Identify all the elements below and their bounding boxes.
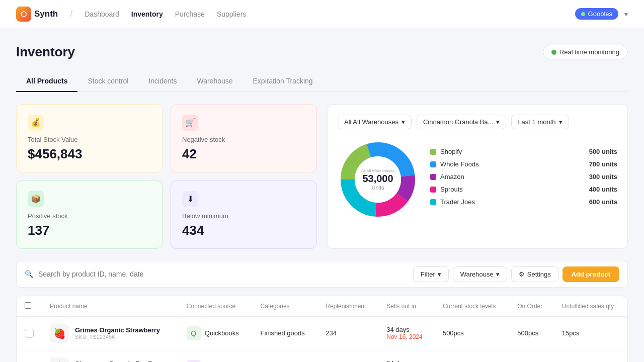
select-all-checkbox[interactable]: [25, 302, 31, 309]
amazon-color: [430, 174, 436, 180]
negative-stock-value: 42: [182, 146, 305, 162]
row1-unfulfilled: 15pcs: [554, 316, 627, 350]
negative-stock-icon: 🛒: [182, 115, 198, 131]
row1-product-image: 🍓: [50, 324, 69, 343]
page-header: Inventory Real time monitoring: [16, 44, 628, 60]
chart-filters: All All Warehouses ▾ Cinnamon Granola Ba…: [338, 115, 617, 129]
shopify-color: [430, 149, 436, 155]
row1-on-order: 500pcs: [509, 316, 554, 350]
search-input[interactable]: [38, 270, 408, 278]
col-on-order: On Order: [509, 296, 554, 317]
tab-all-products[interactable]: All Products: [16, 72, 77, 92]
nav-separator: /: [70, 9, 72, 19]
total-stock-icon: 💰: [28, 115, 44, 131]
row1-source-icon: Q: [187, 326, 201, 340]
row1-source: Q Quickbooks: [187, 326, 245, 340]
col-product-name: Product name: [42, 296, 179, 317]
toolbar-buttons: Filter ▾ Warehouse ▾ ⚙ Settings Add prod…: [413, 266, 619, 282]
nav-inventory[interactable]: Inventory: [131, 8, 163, 20]
search-icon: 🔍: [25, 270, 33, 278]
nav-suppliers[interactable]: Suppliers: [217, 8, 246, 20]
tab-warehouse[interactable]: Warehouse: [187, 72, 243, 92]
table-toolbar: 🔍 Filter ▾ Warehouse ▾ ⚙ Settings Add pr…: [16, 261, 628, 288]
below-minimum-icon: ⬇: [182, 191, 198, 207]
row2-product-image: 🍅: [50, 357, 69, 363]
stat-card-negative-stock: 🛒 Negative stock 42: [171, 104, 317, 172]
tab-expiration-tracking[interactable]: Expiration Tracking: [243, 72, 323, 92]
donut-center-value: 53,000: [361, 173, 394, 185]
row2-source: S Shopify: [187, 360, 245, 363]
user-status-dot: [581, 12, 585, 16]
col-connected-source: Connected source: [179, 296, 253, 317]
below-minimum-label: Below minimum: [182, 212, 305, 220]
row1-stock-level: 500pcs: [435, 316, 509, 350]
tab-bar: All Products Stock control Incidents War…: [16, 72, 628, 92]
product-filter[interactable]: Cinnamon Granola Ba... ▾: [417, 115, 506, 129]
user-badge[interactable]: Goobles: [575, 8, 618, 20]
nav-purchase[interactable]: Purchase: [175, 8, 205, 20]
chart-legend: Shopify 500 units Whole Foods 700 units …: [430, 148, 617, 211]
row1-product-cell: 🍓 Grimes Organic Strawberry SKU: TS12345…: [50, 324, 171, 343]
negative-stock-label: Negative stock: [182, 136, 305, 143]
row1-sells-out: 34 days Nov 16, 2024: [386, 326, 427, 340]
below-minimum-value: 434: [182, 223, 305, 238]
row1-product-name: Grimes Organic Strawberry: [75, 326, 160, 334]
col-unfulfilled: Unfulfilled sales qty: [554, 296, 627, 317]
legend-item-traderjoes: Trader Joes 600 units: [430, 198, 617, 206]
user-name: Goobles: [588, 10, 612, 18]
warehouse-filter[interactable]: All All Warehouses ▾: [338, 115, 412, 129]
settings-button[interactable]: ⚙ Settings: [511, 266, 558, 282]
legend-item-wholefoods: Whole Foods 700 units: [430, 160, 617, 168]
row2-stock-level: 500pcs: [435, 350, 509, 362]
donut-chart: All All Warehouses 53,000 Units: [338, 139, 418, 220]
row2-on-order: 500pcs: [509, 350, 554, 362]
donut-center-unit: Units: [361, 185, 394, 191]
sprouts-color: [430, 187, 436, 193]
page-title: Inventory: [16, 44, 75, 60]
row1-product-sku: SKU: TS123456: [75, 334, 160, 340]
row2-product-name: Cinnamon Granola Bar Box: [75, 360, 160, 362]
table-row: ✓ 🍅 Cinnamon Granola Bar Box SKU: TS1234…: [17, 350, 627, 362]
top-navigation: ⬡ Synth / Dashboard Inventory Purchase S…: [0, 0, 644, 28]
wholefoods-color: [430, 161, 436, 167]
stat-card-positive-stock: 📦 Positive stock 137: [16, 180, 163, 249]
realtime-monitoring-button[interactable]: Real time monitoring: [543, 45, 628, 59]
row1-checkbox[interactable]: [25, 329, 34, 338]
row2-sells-out: 34 days Nov 16, 2024: [386, 359, 427, 362]
tab-incidents[interactable]: Incidents: [138, 72, 187, 92]
nav-dashboard[interactable]: Dashboard: [85, 8, 119, 20]
products-table: Product name Connected source Categories…: [16, 296, 628, 363]
table-row: 🍓 Grimes Organic Strawberry SKU: TS12345…: [17, 316, 627, 350]
logo[interactable]: ⬡ Synth: [16, 7, 58, 22]
realtime-label: Real time monitoring: [559, 48, 619, 56]
col-categories: Categories: [253, 296, 318, 317]
time-filter[interactable]: Last 1 month ▾: [511, 115, 569, 129]
row2-replenishment: 234: [317, 350, 378, 362]
donut-center: All All Warehouses 53,000 Units: [361, 168, 394, 191]
row1-category: Finished goods: [253, 316, 318, 350]
positive-stock-value: 137: [28, 223, 151, 238]
col-sells-out: Sells out in: [378, 296, 435, 317]
tab-stock-control[interactable]: Stock control: [77, 72, 138, 92]
filter-button[interactable]: Filter ▾: [413, 266, 449, 282]
positive-stock-label: Positive stock: [28, 212, 151, 220]
stat-card-total-stock: 💰 Total Stock Value $456,843: [16, 104, 163, 172]
traderjoes-color: [430, 199, 436, 205]
realtime-dot: [551, 50, 556, 55]
logo-text: Synth: [34, 9, 58, 19]
row2-product-cell: 🍅 Cinnamon Granola Bar Box SKU: TS123456: [50, 357, 171, 363]
row2-unfulfilled: 15pcs: [554, 350, 627, 362]
stat-card-below-minimum: ⬇ Below minimum 434: [171, 180, 317, 249]
warehouse-button[interactable]: Warehouse ▾: [453, 266, 507, 282]
row1-replenishment: 234: [317, 316, 378, 350]
legend-item-sprouts: Sprouts 400 units: [430, 186, 617, 193]
nav-right: Goobles ▾: [575, 8, 628, 20]
row2-category: Finished goods: [253, 350, 318, 362]
legend-item-amazon: Amazon 300 units: [430, 173, 617, 180]
add-product-button[interactable]: Add product: [562, 266, 619, 282]
user-dropdown-arrow[interactable]: ▾: [624, 10, 628, 18]
donut-center-label: All All Warehouses: [361, 168, 394, 173]
positive-stock-icon: 📦: [28, 191, 44, 207]
chart-body: All All Warehouses 53,000 Units Shopify …: [338, 139, 617, 220]
stat-cards-grid: 💰 Total Stock Value $456,843 🛒 Negative …: [16, 104, 317, 249]
